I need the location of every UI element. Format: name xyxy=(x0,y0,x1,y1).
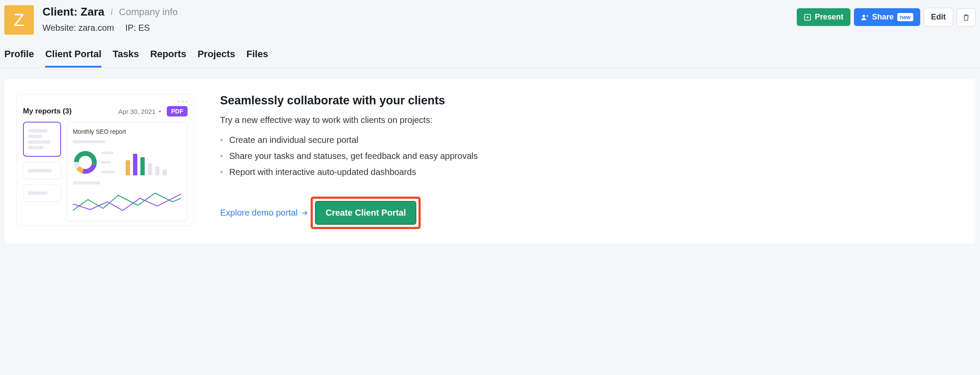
bullet-item: Report with interactive auto-updated das… xyxy=(220,164,478,180)
present-button[interactable]: Present xyxy=(797,8,850,26)
svg-point-2 xyxy=(862,15,865,17)
bullet-item: Create an individual secure portal xyxy=(220,132,478,148)
tab-projects[interactable]: Projects xyxy=(198,48,235,68)
tab-reports[interactable]: Reports xyxy=(150,48,186,68)
bar-chart-icon xyxy=(126,151,167,175)
create-client-portal-button[interactable]: Create Client Portal xyxy=(315,201,416,225)
preview-list-item xyxy=(23,184,61,202)
present-label: Present xyxy=(815,13,844,22)
donut-chart-icon xyxy=(73,150,98,175)
chevron-down-icon xyxy=(157,109,162,114)
preview-date: Apr 30, 2021 xyxy=(118,108,162,115)
tab-tasks[interactable]: Tasks xyxy=(113,48,139,68)
bullet-item: Share your tasks and statuses, get feedb… xyxy=(220,148,478,164)
play-icon xyxy=(804,13,811,21)
trash-icon xyxy=(962,13,970,22)
share-label: Share xyxy=(872,13,894,22)
preview-list-item xyxy=(23,162,61,179)
preview-list-item xyxy=(23,122,61,157)
company-info-link[interactable]: Company info xyxy=(119,6,178,18)
pdf-badge: PDF xyxy=(167,106,188,116)
client-avatar: Z xyxy=(4,5,34,35)
website-text: Website: zara.com xyxy=(42,23,114,33)
client-title: Client: Zara xyxy=(42,5,104,19)
info-icon[interactable]: i xyxy=(110,7,113,17)
tab-files[interactable]: Files xyxy=(247,48,268,68)
tab-profile[interactable]: Profile xyxy=(4,48,34,68)
explore-demo-link[interactable]: Explore demo portal xyxy=(220,208,309,218)
svg-marker-1 xyxy=(807,16,809,19)
window-dots-icon xyxy=(23,100,188,103)
new-badge: new xyxy=(897,13,913,21)
arrow-right-icon xyxy=(300,210,309,217)
preview-report-panel: Monthly SEO report xyxy=(66,122,188,221)
person-add-icon xyxy=(861,13,869,21)
line-chart-icon xyxy=(73,189,181,215)
content-heading: Seamlessly collaborate with your clients xyxy=(220,94,478,107)
tab-client-portal[interactable]: Client Portal xyxy=(45,48,101,68)
create-portal-highlight: Create Client Portal xyxy=(311,197,421,229)
share-button[interactable]: Share new xyxy=(854,8,920,26)
edit-button[interactable]: Edit xyxy=(924,8,953,26)
content-intro: Try a new effective way to work with cli… xyxy=(220,115,478,125)
preview-report-title: Monthly SEO report xyxy=(73,128,181,135)
ip-text: IP: ES xyxy=(125,23,150,33)
client-portal-card: My reports (3) Apr 30, 2021 PDF xyxy=(4,79,976,244)
portal-preview: My reports (3) Apr 30, 2021 PDF xyxy=(16,94,194,226)
preview-reports-title: My reports (3) xyxy=(23,107,71,116)
tabs: Profile Client Portal Tasks Reports Proj… xyxy=(0,35,980,68)
delete-button[interactable] xyxy=(957,8,976,26)
